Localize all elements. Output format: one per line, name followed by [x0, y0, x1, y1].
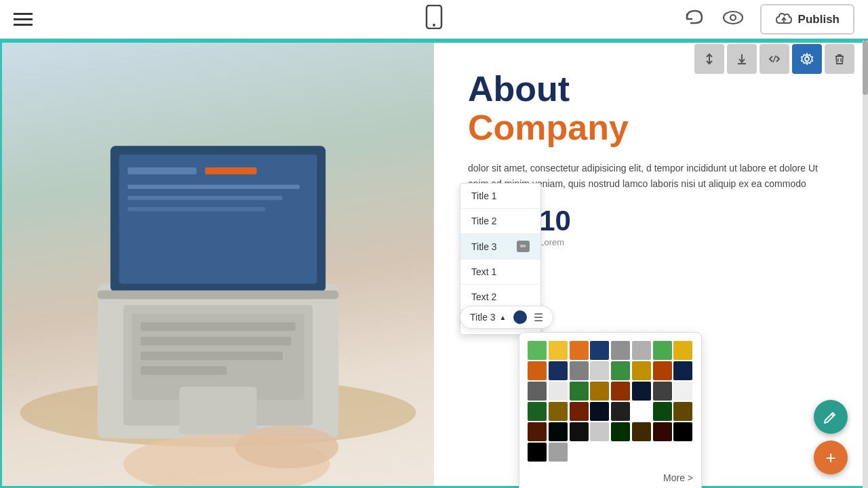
color-swatch[interactable]: [590, 361, 609, 380]
scroll-thumb[interactable]: [863, 41, 868, 95]
color-grid: [528, 341, 693, 462]
stat-2-label: Lorem: [539, 237, 571, 247]
color-swatch[interactable]: [653, 402, 672, 421]
top-bar-center: [424, 5, 444, 34]
color-swatch[interactable]: [528, 382, 547, 401]
dropdown-item-title1[interactable]: Title 1: [460, 184, 540, 209]
dropdown-item-title2[interactable]: Title 2: [460, 209, 540, 234]
color-swatch[interactable]: [570, 341, 589, 360]
phone-icon[interactable]: [424, 5, 444, 34]
delete-button[interactable]: [825, 44, 854, 74]
svg-rect-21: [98, 291, 338, 300]
color-swatch[interactable]: [570, 422, 589, 441]
svg-rect-27: [140, 366, 226, 375]
svg-point-3: [730, 15, 736, 20]
color-swatch[interactable]: [570, 361, 589, 380]
color-swatch[interactable]: [653, 382, 672, 401]
color-swatch[interactable]: [632, 361, 651, 380]
svg-point-9: [805, 57, 809, 61]
color-swatch[interactable]: [653, 341, 672, 360]
eye-icon[interactable]: [722, 9, 744, 30]
undo-icon[interactable]: [684, 8, 706, 31]
align-icon[interactable]: ☰: [534, 311, 543, 324]
color-swatch[interactable]: [632, 402, 651, 421]
color-swatch[interactable]: [549, 443, 568, 462]
dropdown-item-text1[interactable]: Text 1: [460, 260, 540, 285]
canvas-area: About Company dolor sit amet, consectetu…: [0, 41, 868, 488]
color-swatch[interactable]: [673, 341, 692, 360]
scroll-track[interactable]: [863, 41, 868, 488]
cloud-icon: [775, 11, 793, 28]
color-swatch[interactable]: [673, 361, 692, 380]
svg-line-8: [773, 56, 776, 62]
color-swatch[interactable]: [611, 361, 630, 380]
about-title: About: [468, 70, 832, 108]
svg-rect-26: [140, 352, 282, 361]
move-button[interactable]: [694, 44, 724, 74]
publish-label: Publish: [798, 13, 840, 26]
edit-icon-small: ✏: [517, 241, 530, 252]
color-swatch[interactable]: [590, 422, 609, 441]
code-button[interactable]: [760, 44, 789, 74]
svg-rect-28: [179, 387, 256, 434]
color-swatch[interactable]: [673, 402, 692, 421]
color-swatch[interactable]: [570, 402, 589, 421]
top-bar-right: Publish: [684, 4, 854, 35]
action-toolbar: [694, 44, 854, 74]
color-swatch[interactable]: [549, 382, 568, 401]
color-swatch[interactable]: [653, 422, 672, 441]
color-swatch[interactable]: [570, 382, 589, 401]
company-title: Company: [468, 108, 832, 147]
svg-rect-17: [205, 167, 256, 174]
fab-add-button[interactable]: +: [814, 441, 848, 474]
color-swatch[interactable]: [528, 361, 547, 380]
top-bar: Publish: [0, 0, 868, 41]
color-swatch[interactable]: [528, 402, 547, 421]
top-bar-left: [14, 13, 33, 26]
format-type-label: Title 3: [470, 312, 496, 323]
color-swatch[interactable]: [673, 422, 692, 441]
format-bar: Title 3 ▲ ☰: [460, 306, 553, 329]
more-colors-link[interactable]: More >: [528, 470, 693, 483]
color-swatch[interactable]: [528, 341, 547, 360]
color-swatch[interactable]: [611, 402, 630, 421]
menu-icon[interactable]: [14, 13, 33, 26]
laptop-image: [2, 43, 434, 488]
color-swatch[interactable]: [528, 422, 547, 441]
dropdown-item-title3[interactable]: Title 3 ✏: [460, 234, 540, 260]
color-swatch[interactable]: [611, 422, 630, 441]
color-swatch[interactable]: [632, 422, 651, 441]
chevron-up-icon: ▲: [500, 314, 507, 321]
fab-edit-button[interactable]: [814, 400, 848, 434]
color-swatch[interactable]: [549, 361, 568, 380]
color-swatch[interactable]: [549, 402, 568, 421]
color-swatch[interactable]: [611, 382, 630, 401]
format-bar-label[interactable]: Title 3 ▲: [470, 312, 507, 323]
download-button[interactable]: [727, 44, 757, 74]
color-swatch[interactable]: [549, 422, 568, 441]
color-swatch[interactable]: [528, 443, 547, 462]
stat-2-number: 10: [539, 205, 571, 237]
color-swatch[interactable]: [632, 382, 651, 401]
section-image: [2, 43, 434, 488]
color-swatch[interactable]: [673, 382, 692, 401]
color-circle[interactable]: [513, 310, 527, 324]
color-swatch[interactable]: [611, 341, 630, 360]
svg-rect-18: [127, 184, 300, 188]
color-swatch[interactable]: [590, 402, 609, 421]
section-block: About Company dolor sit amet, consectetu…: [2, 43, 866, 488]
svg-rect-20: [127, 207, 265, 211]
color-swatch[interactable]: [590, 382, 609, 401]
color-swatch[interactable]: [549, 341, 568, 360]
svg-point-2: [724, 12, 743, 24]
color-picker-panel: More >: [519, 332, 702, 488]
settings-button[interactable]: [792, 44, 822, 74]
svg-line-31: [831, 414, 833, 416]
publish-button[interactable]: Publish: [760, 4, 854, 35]
svg-point-30: [235, 426, 338, 468]
stat-2: 10 Lorem: [539, 205, 571, 247]
color-swatch[interactable]: [632, 341, 651, 360]
color-swatch[interactable]: [653, 361, 672, 380]
svg-rect-24: [140, 323, 295, 331]
color-swatch[interactable]: [590, 341, 609, 360]
